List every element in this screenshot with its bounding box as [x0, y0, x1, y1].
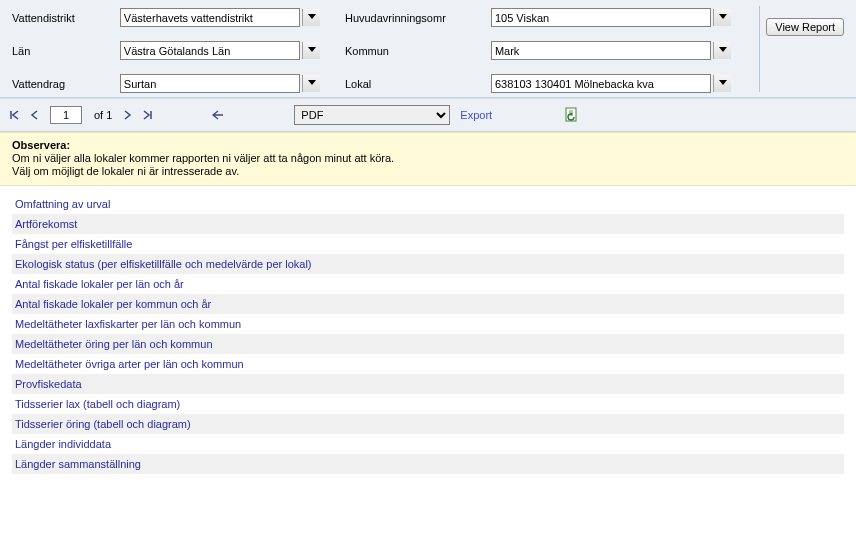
report-link[interactable]: Omfattning av urval — [15, 198, 110, 210]
report-link[interactable]: Fångst per elfisketillfälle — [15, 238, 132, 250]
params-divider — [759, 6, 760, 92]
label-vattendrag: Vattendrag — [12, 78, 96, 90]
report-link[interactable]: Medeltätheter öring per län och kommun — [15, 338, 213, 350]
parameters-panel: Vattendistrikt Västerhavets vattendistri… — [0, 0, 856, 98]
report-link-row: Fångst per elfisketillfälle — [12, 234, 844, 254]
first-page-icon[interactable] — [10, 110, 20, 120]
view-report-button[interactable]: View Report — [766, 18, 844, 36]
report-link[interactable]: Artförekomst — [15, 218, 77, 230]
select-vattendistrikt[interactable]: Västerhavets vattendistrikt — [120, 8, 300, 27]
select-vattendrag[interactable]: Surtan — [120, 74, 300, 93]
select-lokal[interactable]: 638103 130401 Mölnebacka kva — [491, 74, 711, 93]
notice-title: Observera: — [12, 139, 844, 151]
report-link-row: Artförekomst — [12, 214, 844, 234]
page-count-label: of 1 — [94, 109, 112, 121]
label-huvudavrinning: Huvudavrinningsomr — [345, 12, 467, 24]
report-link-row: Omfattning av urval — [12, 194, 844, 214]
report-link[interactable]: Längder individdata — [15, 438, 111, 450]
export-format-select[interactable]: PDF — [294, 105, 450, 125]
report-content: Observera: Om ni väljer alla lokaler kom… — [0, 132, 856, 486]
report-link-row: Längder sammanställning — [12, 454, 844, 474]
report-link-row: Längder individdata — [12, 434, 844, 454]
back-arrow-icon[interactable] — [212, 110, 222, 120]
notice-line-1: Om ni väljer alla lokaler kommer rapport… — [12, 152, 844, 164]
report-link-row: Medeltätheter övriga arter per län och k… — [12, 354, 844, 374]
last-page-icon[interactable] — [142, 110, 152, 120]
page-number-input[interactable] — [50, 106, 82, 124]
refresh-icon[interactable] — [564, 107, 580, 123]
report-link[interactable]: Ekologisk status (per elfisketillfälle o… — [15, 258, 312, 270]
report-link-row: Provfiskedata — [12, 374, 844, 394]
report-link[interactable]: Längder sammanställning — [15, 458, 141, 470]
label-lokal: Lokal — [345, 78, 467, 90]
report-link[interactable]: Tidsserier lax (tabell och diagram) — [15, 398, 180, 410]
report-link-row: Medeltätheter laxfiskarter per län och k… — [12, 314, 844, 334]
select-kommun[interactable]: Mark — [491, 41, 711, 60]
report-link[interactable]: Tidsserier öring (tabell och diagram) — [15, 418, 191, 430]
report-link[interactable]: Antal fiskade lokaler per kommun och år — [15, 298, 211, 310]
report-link[interactable]: Antal fiskade lokaler per län och år — [15, 278, 184, 290]
report-link[interactable]: Provfiskedata — [15, 378, 82, 390]
select-lan[interactable]: Västra Götalands Län — [120, 41, 300, 60]
report-links-list: Omfattning av urval Artförekomst Fångst … — [0, 194, 856, 486]
label-lan: Län — [12, 45, 96, 57]
report-link[interactable]: Medeltätheter övriga arter per län och k… — [15, 358, 244, 370]
report-toolbar: of 1 PDF Export — [0, 98, 856, 132]
label-kommun: Kommun — [345, 45, 467, 57]
export-link[interactable]: Export — [460, 109, 492, 121]
select-huvudavrinning[interactable]: 105 Viskan — [491, 8, 711, 27]
report-link-row: Ekologisk status (per elfisketillfälle o… — [12, 254, 844, 274]
report-link-row: Tidsserier öring (tabell och diagram) — [12, 414, 844, 434]
notice-line-2: Välj om möjligt de lokaler ni är intress… — [12, 165, 844, 177]
label-vattendistrikt: Vattendistrikt — [12, 12, 96, 24]
report-link-row: Antal fiskade lokaler per län och år — [12, 274, 844, 294]
report-link-row: Medeltätheter öring per län och kommun — [12, 334, 844, 354]
report-link-row: Tidsserier lax (tabell och diagram) — [12, 394, 844, 414]
report-link-row: Antal fiskade lokaler per kommun och år — [12, 294, 844, 314]
prev-page-icon[interactable] — [30, 110, 40, 120]
report-link[interactable]: Medeltätheter laxfiskarter per län och k… — [15, 318, 241, 330]
next-page-icon[interactable] — [122, 110, 132, 120]
notice-box: Observera: Om ni väljer alla lokaler kom… — [0, 132, 856, 186]
